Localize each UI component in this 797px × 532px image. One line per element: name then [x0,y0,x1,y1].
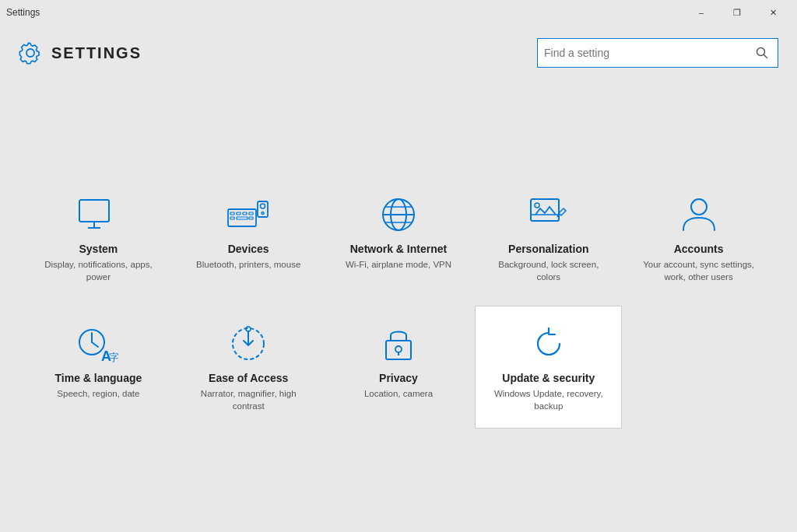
accounts-icon [681,196,717,233]
search-box[interactable] [537,38,778,68]
ease-icon [230,325,267,362]
setting-update[interactable]: Update & security Windows Update, recove… [475,306,622,429]
app-header: SETTINGS [0,25,797,81]
personalization-desc: Background, lock screen, colors [485,258,612,283]
update-desc: Windows Update, recovery, backup [485,387,612,412]
devices-icon [226,196,270,233]
svg-rect-5 [228,209,256,226]
app-title-area: SETTINGS [19,41,142,65]
system-desc: Display, notifications, apps, power [35,258,162,283]
setting-empty [625,306,772,429]
svg-rect-7 [237,212,241,215]
title-bar: Settings – ❐ ✕ [0,0,797,25]
svg-rect-2 [79,200,109,222]
minimize-button[interactable]: – [683,0,719,25]
ease-label: Ease of Access [209,372,288,384]
maximize-button[interactable]: ❐ [719,0,755,25]
time-label: Time & language [55,372,142,384]
settings-gear-icon [19,41,42,65]
app-title: SETTINGS [51,44,142,62]
svg-point-25 [691,199,707,215]
network-desc: Wi-Fi, airplane mode, VPN [346,258,451,271]
setting-personalization[interactable]: Personalization Background, lock screen,… [475,177,622,299]
svg-rect-8 [243,212,247,215]
setting-ease[interactable]: Ease of Access Narrator, magnifier, high… [175,306,322,429]
window-controls: – ❐ ✕ [683,0,791,25]
setting-time[interactable]: A 字 Time & language Speech, region, date [25,306,172,429]
svg-rect-21 [531,199,559,221]
search-submit-button[interactable] [753,47,771,59]
close-button[interactable]: ✕ [755,0,791,25]
svg-point-23 [535,203,539,208]
setting-privacy[interactable]: Privacy Location, camera [325,306,472,429]
svg-rect-11 [237,217,248,219]
svg-line-28 [92,342,98,347]
personalization-icon [529,196,568,233]
svg-point-15 [262,212,264,214]
setting-system[interactable]: System Display, notifications, apps, pow… [25,177,172,299]
ease-desc: Narrator, magnifier, high contrast [185,387,312,412]
window-title: Settings [6,7,40,18]
time-desc: Speech, region, date [57,387,139,400]
search-input[interactable] [544,47,753,59]
devices-desc: Bluetooth, printers, mouse [196,258,300,271]
system-icon [78,196,118,233]
setting-devices[interactable]: Devices Bluetooth, printers, mouse [175,177,322,299]
svg-rect-33 [386,341,411,359]
update-icon [530,325,567,362]
accounts-label: Accounts [674,243,724,255]
svg-point-34 [395,346,402,352]
devices-label: Devices [228,243,269,255]
settings-row-1: System Display, notifications, apps, pow… [25,177,772,299]
time-icon: A 字 [78,325,118,362]
privacy-desc: Location, camera [364,387,433,400]
svg-rect-9 [249,212,253,215]
settings-row-2: A 字 Time & language Speech, region, date… [25,306,772,429]
accounts-desc: Your account, sync settings, work, other… [635,258,762,283]
personalization-label: Personalization [508,243,588,255]
network-icon [380,196,417,233]
system-label: System [79,243,118,255]
svg-rect-6 [230,212,234,215]
svg-point-14 [261,204,265,208]
setting-accounts[interactable]: Accounts Your account, sync settings, wo… [625,177,772,299]
svg-text:字: 字 [109,352,118,362]
svg-rect-10 [230,217,234,219]
svg-rect-12 [249,217,253,219]
update-label: Update & security [502,372,595,384]
privacy-label: Privacy [379,372,418,384]
main-content: System Display, notifications, apps, pow… [0,81,797,532]
svg-line-1 [764,55,767,58]
privacy-icon [383,325,414,362]
setting-network[interactable]: Network & Internet Wi-Fi, airplane mode,… [325,177,472,299]
network-label: Network & Internet [350,243,447,255]
